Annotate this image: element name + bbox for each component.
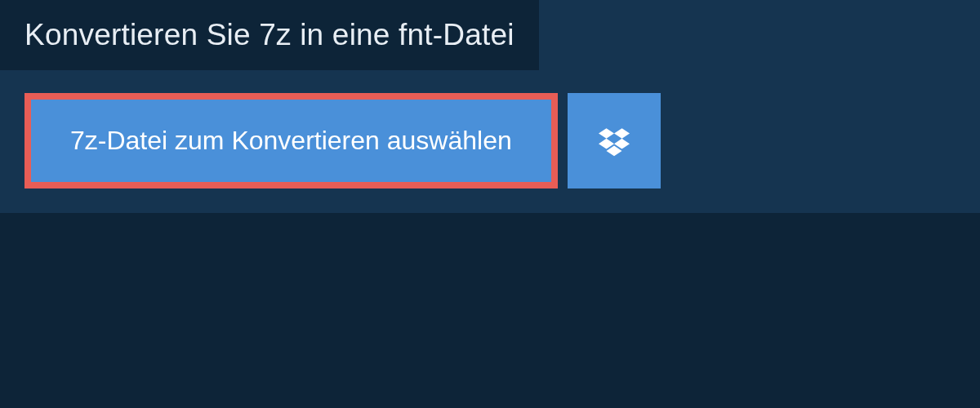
select-file-button[interactable]: 7z-Datei zum Konvertieren auswählen bbox=[31, 100, 551, 182]
action-row: 7z-Datei zum Konvertieren auswählen bbox=[0, 70, 980, 188]
dropbox-button[interactable] bbox=[568, 93, 661, 188]
select-file-highlight: 7z-Datei zum Konvertieren auswählen bbox=[24, 93, 558, 188]
header-bar: Konvertieren Sie 7z in eine fnt-Datei bbox=[0, 0, 539, 70]
dropbox-icon bbox=[599, 126, 630, 157]
converter-panel: Konvertieren Sie 7z in eine fnt-Datei 7z… bbox=[0, 0, 980, 213]
page-title: Konvertieren Sie 7z in eine fnt-Datei bbox=[24, 18, 514, 52]
